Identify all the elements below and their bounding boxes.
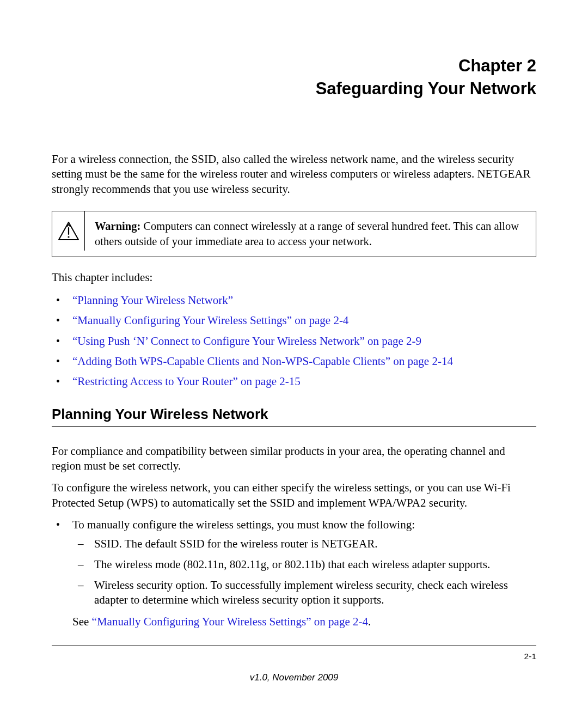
warning-body: Computers can connect wirelessly at a ra… [95, 220, 519, 247]
footer-version: v1.0, November 2009 [52, 672, 536, 683]
list-item: To manually configure the wireless setti… [52, 518, 536, 630]
warning-text: Warning: Computers can connect wirelessl… [85, 211, 536, 257]
see-prefix: See [72, 615, 92, 628]
see-suffix: . [368, 615, 371, 628]
chapter-includes-label: This chapter includes: [52, 271, 536, 284]
section-para-2: To configure the wireless network, you c… [52, 480, 536, 510]
footer-rule [52, 646, 536, 646]
toc-item: “Planning Your Wireless Network” [52, 293, 536, 308]
svg-point-2 [68, 236, 69, 238]
list-item: Wireless security option. To successfull… [72, 578, 536, 608]
warning-box: Warning: Computers can connect wirelessl… [52, 211, 536, 257]
chapter-toc-list: “Planning Your Wireless Network” “Manual… [52, 293, 536, 389]
toc-item: “Manually Configuring Your Wireless Sett… [52, 313, 536, 328]
toc-link-manual-config[interactable]: “Manually Configuring Your Wireless Sett… [72, 314, 348, 327]
see-reference: See “Manually Configuring Your Wireless … [72, 614, 536, 630]
section-heading-planning: Planning Your Wireless Network [52, 406, 536, 423]
see-link-manual-config[interactable]: “Manually Configuring Your Wireless Sett… [92, 615, 368, 628]
chapter-heading: Chapter 2 Safeguarding Your Network [52, 54, 536, 100]
list-item: SSID. The default SSID for the wireless … [72, 537, 536, 552]
intro-paragraph: For a wireless connection, the SSID, als… [52, 152, 536, 197]
section-para-1: For compliance and compatibility between… [52, 444, 536, 474]
list-item: The wireless mode (802.11n, 802.11g, or … [72, 557, 536, 573]
chapter-title: Safeguarding Your Network [52, 77, 536, 100]
toc-item: “Adding Both WPS-Capable Clients and Non… [52, 354, 536, 369]
toc-item: “Using Push ‘N’ Connect to Configure You… [52, 334, 536, 349]
warning-icon [58, 221, 79, 241]
config-requirements-list: To manually configure the wireless setti… [52, 518, 536, 630]
toc-link-restrict-access[interactable]: “Restricting Access to Your Router” on p… [72, 375, 301, 388]
chapter-number: Chapter 2 [52, 54, 536, 77]
warning-label: Warning: [95, 220, 140, 232]
toc-link-planning[interactable]: “Planning Your Wireless Network” [72, 294, 233, 307]
toc-link-push-n-connect[interactable]: “Using Push ‘N’ Connect to Configure You… [72, 334, 421, 348]
page-number: 2-1 [524, 652, 536, 661]
page-footer: 2-1 v1.0, November 2009 [52, 646, 536, 683]
warning-icon-cell [52, 211, 85, 251]
requirements-sublist: SSID. The default SSID for the wireless … [72, 537, 536, 608]
bullet-text: To manually configure the wireless setti… [72, 518, 415, 531]
toc-item: “Restricting Access to Your Router” on p… [52, 374, 536, 389]
section-rule [52, 426, 536, 427]
toc-link-wps-clients[interactable]: “Adding Both WPS-Capable Clients and Non… [72, 355, 453, 368]
